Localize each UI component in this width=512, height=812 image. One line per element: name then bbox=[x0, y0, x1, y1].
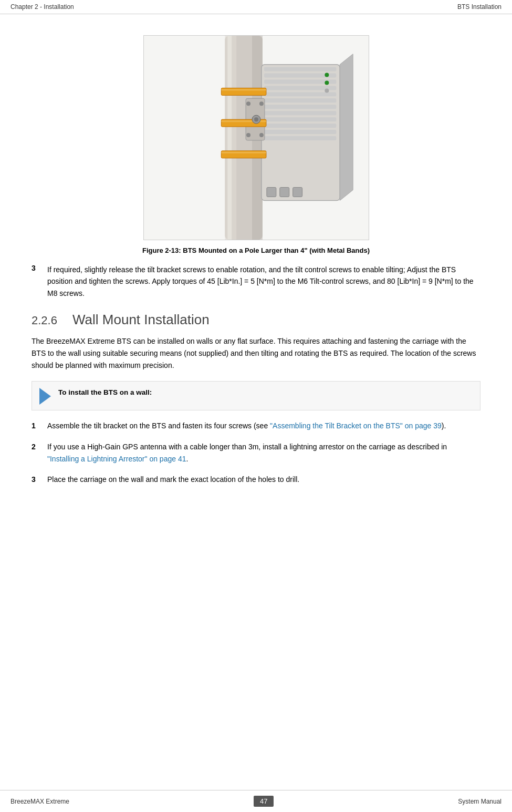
svg-rect-25 bbox=[221, 89, 266, 90]
step-2-text-after: . bbox=[186, 455, 188, 463]
step-3-pre: 3 If required, slightly release the tilt… bbox=[32, 264, 480, 299]
svg-rect-6 bbox=[264, 67, 336, 71]
section-number: 2.2.6 bbox=[32, 314, 63, 327]
svg-point-33 bbox=[325, 73, 329, 77]
svg-point-34 bbox=[325, 81, 329, 85]
svg-rect-30 bbox=[266, 188, 276, 197]
svg-rect-29 bbox=[221, 152, 266, 153]
step-1-text-after: ). bbox=[442, 422, 446, 430]
step-number: 3 bbox=[32, 474, 40, 486]
page-header: Chapter 2 - Installation BTS Installatio… bbox=[0, 0, 512, 14]
page-footer: BreezeMAX Extreme 47 System Manual bbox=[0, 790, 512, 812]
steps-list: 1 Assemble the tilt bracket on the BTS a… bbox=[32, 420, 480, 485]
svg-rect-3 bbox=[227, 36, 232, 240]
step-1-text-before: Assemble the tilt bracket on the BTS and… bbox=[47, 422, 270, 430]
figure-container: Figure 2-13: BTS Mounted on a Pole Large… bbox=[32, 35, 480, 254]
footer-page-number: 47 bbox=[254, 796, 274, 807]
svg-point-23 bbox=[259, 133, 263, 137]
svg-rect-10 bbox=[264, 92, 336, 96]
svg-rect-11 bbox=[264, 98, 336, 102]
svg-point-22 bbox=[246, 133, 250, 137]
figure-caption: Figure 2-13: BTS Mounted on a Pole Large… bbox=[142, 246, 370, 254]
step-3-pre-text: If required, slightly release the tilt b… bbox=[47, 264, 480, 299]
step-3-pre-number: 3 bbox=[32, 264, 40, 299]
svg-point-35 bbox=[325, 88, 329, 92]
svg-rect-31 bbox=[279, 188, 289, 197]
header-right: BTS Installation bbox=[457, 3, 501, 11]
callout-label: To install the BTS on a wall: bbox=[58, 387, 152, 398]
svg-marker-18 bbox=[340, 54, 353, 201]
callout-arrow-icon bbox=[39, 388, 51, 405]
figure-svg bbox=[144, 35, 369, 240]
step-1-link[interactable]: "Assembling the Tilt Bracket on the BTS"… bbox=[270, 422, 442, 430]
step-number: 2 bbox=[32, 441, 40, 465]
svg-rect-13 bbox=[264, 111, 336, 115]
footer-right: System Manual bbox=[458, 798, 501, 805]
svg-rect-14 bbox=[264, 117, 336, 121]
svg-rect-32 bbox=[292, 188, 302, 197]
svg-point-21 bbox=[259, 101, 263, 106]
svg-point-20 bbox=[246, 101, 250, 106]
list-item: 3 Place the carriage on the wall and mar… bbox=[32, 474, 480, 486]
list-item: 2 If you use a High-Gain GPS antenna wit… bbox=[32, 441, 480, 465]
step-text: Assemble the tilt bracket on the BTS and… bbox=[47, 420, 446, 432]
step-text: If you use a High-Gain GPS antenna with … bbox=[47, 441, 480, 465]
svg-rect-12 bbox=[264, 105, 336, 109]
step-text: Place the carriage on the wall and mark … bbox=[47, 474, 299, 486]
svg-point-37 bbox=[254, 117, 258, 121]
footer-left: BreezeMAX Extreme bbox=[11, 798, 69, 805]
header-left: Chapter 2 - Installation bbox=[11, 3, 74, 11]
step-number: 1 bbox=[32, 420, 40, 432]
main-content: Figure 2-13: BTS Mounted on a Pole Large… bbox=[0, 14, 512, 536]
section-title: Wall Mount Installation bbox=[72, 312, 210, 328]
callout-block: To install the BTS on a wall: bbox=[32, 381, 480, 410]
figure-image bbox=[143, 35, 369, 240]
section-heading: 2.2.6 Wall Mount Installation bbox=[32, 312, 480, 328]
svg-rect-15 bbox=[264, 124, 336, 128]
body-paragraph: The BreezeMAX Extreme BTS can be install… bbox=[32, 335, 480, 372]
list-item: 1 Assemble the tilt bracket on the BTS a… bbox=[32, 420, 480, 432]
svg-rect-16 bbox=[264, 130, 336, 134]
step-2-link[interactable]: "Installing a Lightning Arrestor" on pag… bbox=[47, 455, 186, 463]
step-2-text-before: If you use a High-Gain GPS antenna with … bbox=[47, 443, 447, 451]
svg-rect-17 bbox=[264, 136, 336, 140]
